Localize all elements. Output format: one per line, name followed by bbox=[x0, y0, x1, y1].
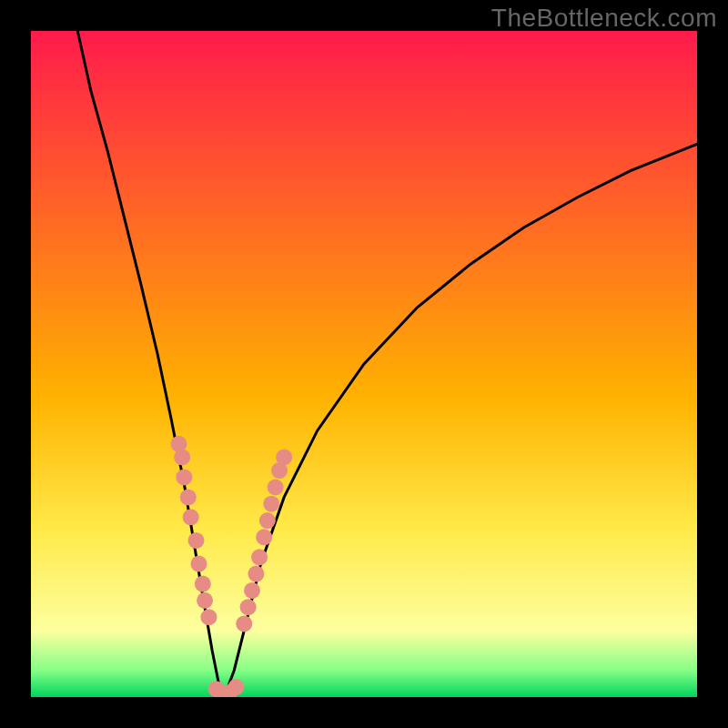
marker-dot bbox=[174, 449, 190, 465]
marker-dot bbox=[276, 449, 292, 465]
marker-dot bbox=[200, 609, 217, 625]
chart-frame: TheBottleneck.com bbox=[0, 0, 728, 728]
marker-dot bbox=[268, 479, 284, 495]
marker-dot bbox=[240, 599, 257, 615]
marker-dot bbox=[197, 592, 213, 609]
marker-dot bbox=[251, 549, 268, 565]
watermark-label: TheBottleneck.com bbox=[491, 4, 717, 33]
marker-dot bbox=[183, 509, 199, 525]
marker-dot bbox=[248, 566, 264, 582]
marker-dot bbox=[256, 529, 272, 545]
marker-dot bbox=[236, 615, 252, 632]
marker-dot bbox=[190, 556, 207, 572]
marker-dot bbox=[180, 489, 197, 505]
marker-dot bbox=[228, 679, 244, 695]
plot-area bbox=[31, 31, 697, 697]
marker-dot bbox=[176, 469, 192, 485]
marker-dot bbox=[259, 512, 276, 529]
marker-dot bbox=[263, 496, 279, 512]
chart-svg bbox=[31, 31, 697, 697]
marker-dot bbox=[244, 582, 260, 599]
marker-dot bbox=[188, 532, 205, 549]
marker-dot bbox=[195, 576, 211, 592]
